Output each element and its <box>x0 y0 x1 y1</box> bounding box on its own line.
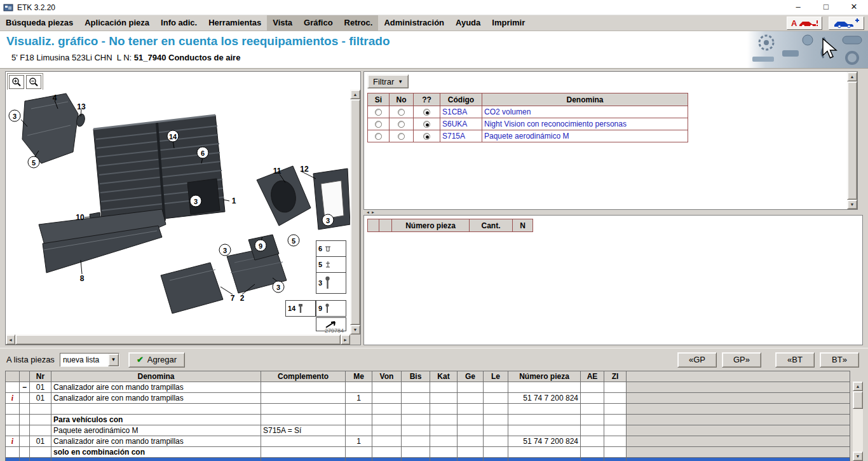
prev-gp-button[interactable]: «GP <box>677 352 717 368</box>
radio-si[interactable] <box>375 121 382 128</box>
scrollbar-thumb[interactable] <box>847 81 857 200</box>
close-button[interactable]: ✕ <box>840 0 868 15</box>
diagram-callout[interactable]: 7 <box>231 294 235 303</box>
parts-row[interactable]: Paquete aerodinámico M S715A = Sí <box>6 425 850 436</box>
add-to-list-button[interactable]: ✔ Agregar <box>128 352 185 368</box>
menu-info-adic[interactable]: Info adic. <box>155 15 203 31</box>
diagram-callout[interactable]: 9 <box>255 240 267 252</box>
list-dropdown[interactable]: nueva lista ▼ <box>60 353 119 367</box>
scroll-down-button[interactable]: ▼ <box>847 200 857 209</box>
diagram-horizontal-scrollbar[interactable]: ◄ ► <box>6 334 350 345</box>
info-cell <box>6 382 20 393</box>
prev-bt-button[interactable]: «BT <box>775 352 815 368</box>
menu-aplicacion-pieza[interactable]: Aplicación pieza <box>79 15 155 31</box>
legend-item[interactable]: 14 <box>285 300 316 317</box>
info-icon[interactable]: i <box>6 436 20 447</box>
legend-item[interactable]: 3 <box>316 272 346 294</box>
vehicle-info-button[interactable] <box>829 17 864 30</box>
filter-button[interactable]: Filtrar ▼ <box>367 74 409 88</box>
diagram-callout[interactable]: 5 <box>288 235 300 247</box>
radio-si[interactable] <box>375 109 382 116</box>
maximize-button[interactable]: □ <box>812 0 840 15</box>
parts-row[interactable] <box>6 404 850 415</box>
parts-row[interactable]: Para vehículos con <box>6 415 850 425</box>
option-code: S6UKA <box>440 118 482 130</box>
parts-row[interactable]: i 01 Canalizador aire con mando trampill… <box>6 436 850 447</box>
scroll-up-button[interactable]: ▲ <box>847 72 857 81</box>
parts-row[interactable]: solo en combinación con <box>6 447 850 458</box>
legend-item[interactable]: 6 <box>316 240 346 257</box>
diagram-callout[interactable]: 5 <box>28 156 40 169</box>
scroll-right-button[interactable]: ► <box>341 334 350 345</box>
info-icon[interactable]: i <box>6 393 20 404</box>
diagram-callout[interactable]: 3 <box>273 281 285 293</box>
legend-item[interactable]: 9 <box>316 300 346 317</box>
scrollbar-track[interactable] <box>853 409 863 451</box>
menu-imprimir[interactable]: Imprimir <box>486 15 531 31</box>
scroll-down-button[interactable]: ▼ <box>350 325 360 334</box>
diagram-callout[interactable]: 6 <box>197 147 209 159</box>
diagram-callout[interactable]: 1 <box>232 196 236 205</box>
radio-si[interactable] <box>375 133 382 140</box>
diagram-callout[interactable]: 8 <box>80 274 85 283</box>
scrollbar-thumb[interactable] <box>15 334 341 345</box>
collapse-toggle[interactable]: − <box>20 382 30 393</box>
diagram-callout[interactable]: 2 <box>240 294 245 303</box>
splitter-right-icon[interactable]: ► <box>371 210 375 215</box>
diagram-callout[interactable]: 14 <box>167 130 179 142</box>
scrollbar-thumb[interactable] <box>853 391 863 409</box>
parts-row[interactable]: − 01 Canalizador aire con mando trampill… <box>6 382 850 393</box>
diagram-callout[interactable]: 3 <box>322 214 334 226</box>
next-bt-button[interactable]: BT» <box>820 352 859 368</box>
menu-vista[interactable]: Vista <box>267 15 298 31</box>
bolt-icon <box>298 303 303 313</box>
fastener-legend-row: 14 9 <box>285 301 346 317</box>
legend-item[interactable]: 5 <box>316 256 346 273</box>
diagram-callout[interactable]: 3 <box>190 195 202 207</box>
diagram-callout[interactable]: 3 <box>9 110 21 122</box>
filter-vertical-scrollbar[interactable]: ▲ ▼ <box>847 72 857 209</box>
section-code: 51_7940 Conductos de aire <box>134 53 241 62</box>
minimize-button[interactable]: – <box>784 0 812 15</box>
scroll-up-button[interactable]: ▲ <box>350 90 360 99</box>
splitter-left-icon[interactable]: ◄ <box>366 210 370 215</box>
radio-no[interactable] <box>398 109 405 116</box>
radio-no[interactable] <box>398 133 405 140</box>
radio-unknown[interactable] <box>423 121 430 128</box>
chevron-down-icon[interactable]: ▼ <box>108 354 119 366</box>
next-gp-button[interactable]: GP» <box>722 352 761 368</box>
menu-ayuda[interactable]: Ayuda <box>450 15 486 31</box>
menu-herramientas[interactable]: Herramientas <box>203 15 267 31</box>
parts-list-vertical-scrollbar[interactable]: ▲ ▼ <box>853 382 863 461</box>
menu-administracion[interactable]: Administración <box>378 15 450 31</box>
panel-splitter[interactable]: ◄ ► <box>363 210 858 215</box>
filter-row[interactable]: S715A Paquete aerodinámico M <box>368 130 688 142</box>
diagram-callout[interactable]: 3 <box>219 244 231 256</box>
radio-no[interactable] <box>398 121 405 128</box>
scroll-down-button[interactable]: ▼ <box>853 451 863 461</box>
radio-unknown[interactable] <box>423 109 430 116</box>
filter-row[interactable]: S6UKA Night Vision con reconocimiento pe… <box>368 118 688 130</box>
radio-unknown[interactable] <box>423 133 430 140</box>
diagram-callout[interactable]: 11 <box>273 167 281 175</box>
parts-warning-button[interactable]: A <box>787 17 822 30</box>
diagram-vertical-scrollbar[interactable]: ▲ ▼ <box>350 90 360 334</box>
scroll-left-button[interactable]: ◄ <box>6 334 15 345</box>
scrollbar-thumb[interactable] <box>350 99 360 325</box>
zoom-in-button[interactable] <box>9 75 24 89</box>
parts-row[interactable]: i 01 Canalizador aire con mando trampill… <box>6 393 850 404</box>
blue-car-icon <box>832 18 860 28</box>
filter-button-label: Filtrar <box>373 77 394 86</box>
filter-row[interactable]: S1CBA CO2 volumen <box>368 106 688 118</box>
column-header-expand <box>20 371 30 382</box>
diagram-callout[interactable]: 13 <box>77 102 85 111</box>
scroll-up-button[interactable]: ▲ <box>853 382 863 391</box>
diagram-callout[interactable]: 10 <box>76 213 84 222</box>
selected-parts-row[interactable] <box>6 458 850 461</box>
diagram-callout[interactable]: 12 <box>300 165 308 174</box>
diagram-callout[interactable]: 4 <box>53 93 57 102</box>
menu-retroc[interactable]: Retroc. <box>339 15 379 31</box>
menu-grafico[interactable]: Gráfico <box>298 15 339 31</box>
zoom-out-button[interactable] <box>26 75 41 89</box>
menu-busqueda-piezas[interactable]: Búsqueda piezas <box>0 15 79 31</box>
